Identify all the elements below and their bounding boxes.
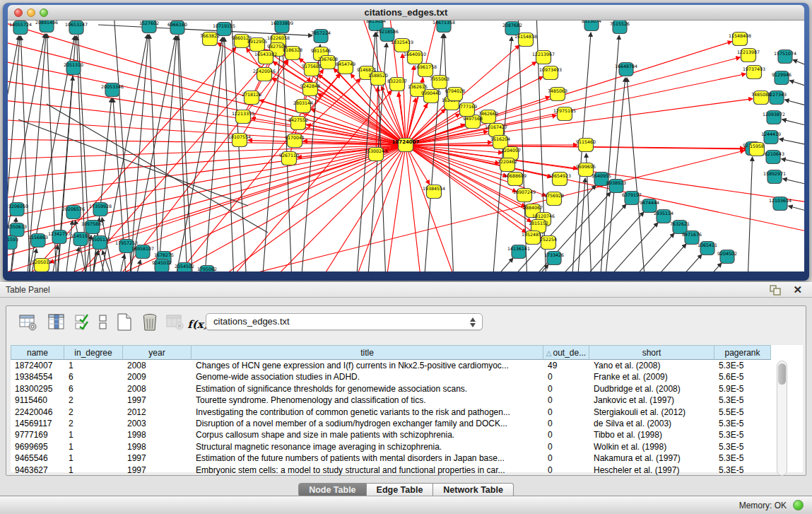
cell-name: 9465546 [11,452,64,464]
graph-node-label: 12213359 [232,111,254,116]
graph-node-label: 12342757 [48,231,71,236]
graph-node-label: 6966160 [167,22,187,27]
table-panel: Table Panel ✕ [0,282,812,496]
graph-node-label: 11548408 [729,33,751,38]
table-row[interactable]: 1872400712008Changes of HCN gene express… [11,360,803,371]
column-header-pagerank[interactable]: pagerank [714,345,771,360]
table-row[interactable]: 969969511998Structural magnetic resonanc… [11,441,803,452]
graph-node-label: 6379197 [622,192,642,197]
cell-short: Nakamura et al. (1997) [589,452,714,464]
graph-node-label: 13505135 [88,237,111,242]
graph-node-label: 14055724 [9,22,32,27]
scrollbar-thumb[interactable] [778,363,786,385]
show-columns-icon[interactable] [46,313,67,332]
table-row[interactable]: 946362711997Embryonic stem cells: a mode… [11,465,803,476]
graph-node-label: 12975185 [553,108,576,113]
sort-ascending-icon: △ [546,349,552,357]
graph-node-label: 1733426 [544,252,564,257]
cell-in_degree: 1 [64,441,123,452]
graph-node-label: 18120746 [532,214,555,218]
table-row[interactable]: 1456911722003Disruption of a novel membe… [11,418,803,429]
graph-node-label: 12213967 [532,52,555,57]
memory-status-indicator[interactable] [793,500,804,510]
table-browser: f(x) citations_edges.txt namein_degreeye… [6,305,806,476]
tab-node-table[interactable]: Node Table [298,483,366,497]
cell-out_degree: 0 [543,465,589,476]
graph-node-label: 2367608 [318,57,338,62]
cell-in_degree: 2 [64,395,123,406]
table-panel-header: Table Panel ✕ [0,282,812,298]
cell-short: Tibbo et al. (1998) [589,429,714,440]
graph-node-label: 20206576 [62,206,85,211]
graph-node-label: 7857224 [311,30,331,35]
graph-node-label: 7663822 [200,33,220,38]
graph-node-label: 8313074 [582,21,601,23]
graph-node-label: 10719155 [213,23,235,28]
table-row[interactable]: 1938455462009Genome-wide association stu… [11,371,803,382]
cell-out_degree: 0 [543,441,589,452]
graph-node-label: 22420046 [253,69,276,74]
column-header-year[interactable]: year [123,345,192,360]
graph-node-label: 16543382 [254,52,277,57]
cell-title: Disruption of a novel member of a sodium… [192,418,543,429]
graph-node-label: 16961758 [414,64,437,69]
cell-name: 18300295 [11,383,64,395]
graph-node-label: 9205013 [32,259,52,264]
table-selector-dropdown[interactable]: citations_edges.txt [206,313,483,330]
graph-node-label: 1065411 [698,243,717,247]
cell-in_degree: 1 [64,360,123,371]
import-table-icon[interactable] [165,313,186,332]
new-table-icon[interactable] [114,313,135,332]
graph-node-label: 19218586 [376,29,399,34]
graph-node-label: 8912955 [247,39,267,44]
table-row[interactable]: 2242004622012Investigating the contribut… [11,407,803,418]
cell-in_degree: 1 [64,429,123,440]
cell-out_degree: 0 [543,418,589,429]
graph-node-label: 10973493 [539,67,562,72]
graph-node-label: 12213987 [737,49,760,54]
network-canvas[interactable]: 1405572420891406106532471527602696616010… [8,21,804,271]
table-settings-icon[interactable] [18,313,39,332]
graph-node-label: 9204502 [717,251,737,256]
graph-node-label: 19524851 [522,232,544,237]
cell-short: Dudbridge et al. (2008) [589,383,714,395]
table-row[interactable]: 1830029562008Estimation of significance … [11,383,803,395]
graph-node-label: 9245012 [152,260,172,265]
select-rows-icon[interactable] [73,313,94,332]
tab-network-table[interactable]: Network Table [433,483,514,497]
column-header-name[interactable]: name [11,345,64,360]
column-header-title[interactable]: title [192,345,543,360]
graph-node-label: 2718126 [242,92,261,97]
cell-short: Jankovic et al. (1997) [589,395,714,406]
network-window-titlebar[interactable]: citations_edges.txt [8,5,804,21]
float-panel-icon[interactable] [770,285,781,296]
network-view-window: citations_edges.txt 14055724208914061065… [3,3,809,281]
table-row[interactable]: 911546021997Tourette syndrome. Phenomeno… [11,395,803,406]
cell-in_degree: 2 [64,418,123,429]
close-panel-icon[interactable]: ✕ [793,284,802,296]
column-header-in_degree[interactable]: in_degree [64,345,123,360]
column-header-out_degree[interactable]: △out_de... [543,345,589,360]
cell-in_degree: 2 [64,407,123,418]
table-toolbar: f(x) citations_edges.txt [6,306,806,339]
cytoscape-app: citations_edges.txt 14055724208914061065… [0,0,812,514]
graph-node-label: 2803144 [293,100,313,105]
graph-node-label: 1795062 [197,267,217,271]
cell-title: Corpus callosum shape and size in male p… [192,429,543,440]
graph-node-label: 10975887 [81,221,104,226]
table-row[interactable]: 977716911998Corpus callosum shape and si… [11,429,803,440]
cell-year: 2003 [123,418,192,429]
cell-year: 2009 [123,371,192,382]
graph-node-label: 13654923 [548,173,571,178]
table-header-row: namein_degreeyeartitle△out_de...shortpag… [11,345,803,360]
delete-table-icon[interactable] [139,313,160,332]
merge-rows-icon[interactable] [93,313,114,332]
column-header-short[interactable]: short [589,345,714,360]
graph-node-label: 9990440 [421,90,441,95]
table-row[interactable]: 946554611997Estimation of the future num… [11,452,803,464]
cell-title: Tourette syndrome. Phenomenology and cla… [192,395,543,406]
table-vertical-scrollbar[interactable] [777,361,787,476]
tab-edge-table[interactable]: Edge Table [367,483,434,497]
cell-pagerank: 5.3E-5 [714,465,771,476]
citation-network-graph[interactable]: 1405572420891406106532471527602696616010… [8,21,804,271]
